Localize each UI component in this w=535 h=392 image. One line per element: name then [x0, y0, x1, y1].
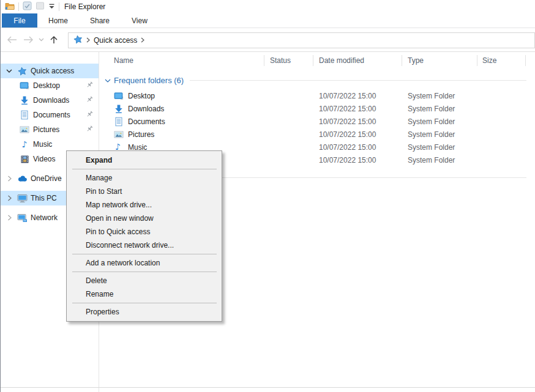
column-divider[interactable] — [477, 55, 477, 66]
tab-home[interactable]: Home — [37, 13, 79, 28]
forward-icon[interactable] — [20, 32, 36, 48]
menu-item-pin-to-start[interactable]: Pin to Start — [67, 185, 222, 198]
breadcrumb-chevron-icon[interactable] — [86, 36, 90, 45]
ribbon-tab-bar: File Home Share View — [1, 13, 535, 28]
column-size[interactable]: Size — [482, 56, 496, 65]
file-type: System Folder — [408, 130, 455, 139]
new-folder-icon[interactable] — [36, 1, 45, 12]
sidebar-item-label: Downloads — [33, 96, 69, 105]
chevron-down-icon[interactable] — [4, 68, 14, 73]
file-type: System Folder — [408, 143, 455, 152]
music-icon: ♪ — [19, 140, 30, 149]
file-date-modified: 10/07/2022 15:00 — [319, 143, 376, 152]
sidebar-item-pictures[interactable]: Pictures — [1, 122, 99, 137]
column-type[interactable]: Type — [408, 56, 424, 65]
customize-quick-access-toolbar-icon[interactable] — [48, 2, 55, 11]
menu-item-rename[interactable]: Rename — [67, 287, 222, 301]
menu-item-delete[interactable]: Delete — [67, 274, 222, 287]
file-row-pictures[interactable]: Pictures 10/07/2022 15:00 System Folder — [99, 128, 535, 141]
file-type: System Folder — [408, 105, 455, 113]
file-row-desktop[interactable]: Desktop 10/07/2022 15:00 System Folder — [99, 90, 535, 103]
tab-share[interactable]: Share — [79, 13, 121, 28]
menu-item-expand[interactable]: Expand — [67, 153, 222, 167]
desktop-icon — [19, 81, 30, 91]
chevron-right-icon[interactable] — [4, 195, 14, 201]
sidebar-item-quick-access[interactable]: Quick access — [1, 64, 99, 78]
recent-locations-chevron-icon[interactable] — [36, 32, 46, 48]
downloads-icon — [19, 95, 30, 105]
title-bar: File Explorer — [1, 0, 535, 13]
sidebar-item-label: Desktop — [33, 81, 60, 90]
quick-access-star-icon — [17, 67, 28, 76]
documents-icon — [19, 110, 30, 120]
column-divider[interactable] — [313, 55, 313, 66]
menu-item-open-in-new-window[interactable]: Open in new window — [67, 212, 222, 225]
file-row-documents[interactable]: Documents 10/07/2022 15:00 System Folder — [99, 116, 535, 128]
up-icon[interactable] — [46, 32, 62, 48]
menu-separator — [72, 303, 217, 303]
menu-item-pin-to-quick-access[interactable]: Pin to Quick access — [67, 225, 222, 239]
back-icon[interactable] — [4, 32, 20, 48]
sidebar-item-label: OneDrive — [31, 174, 62, 183]
group-rule — [173, 177, 526, 178]
column-name[interactable]: Name — [114, 56, 133, 65]
file-type: System Folder — [408, 156, 455, 165]
menu-item-manage[interactable]: Manage — [67, 171, 222, 185]
file-date-modified: 10/07/2022 15:00 — [319, 117, 376, 126]
address-bar[interactable]: Quick access — [68, 32, 535, 48]
chevron-down-icon[interactable] — [105, 76, 111, 85]
menu-item-disconnect-network-drive[interactable]: Disconnect network drive... — [67, 239, 222, 252]
column-date-modified[interactable]: Date modified — [319, 56, 364, 65]
file-date-modified: 10/07/2022 15:00 — [319, 105, 376, 113]
chevron-right-icon[interactable] — [4, 215, 14, 221]
pictures-icon — [114, 130, 124, 141]
sidebar-item-desktop[interactable]: Desktop — [1, 78, 99, 93]
sidebar-item-label: Music — [33, 140, 52, 149]
pin-icon — [85, 81, 94, 91]
file-explorer-window: File Explorer File Home Share View — [0, 0, 535, 392]
tab-file[interactable]: File — [2, 13, 37, 28]
context-menu: Expand Manage Pin to Start Map network d… — [66, 150, 222, 322]
music-icon: ♪ — [115, 142, 121, 151]
file-name: Desktop — [128, 92, 155, 100]
file-explorer-logo-icon — [5, 1, 15, 13]
menu-separator — [72, 169, 217, 169]
breadcrumb-quick-access[interactable]: Quick access — [94, 36, 137, 45]
sidebar-item-label: Videos — [33, 155, 55, 163]
column-status[interactable]: Status — [270, 56, 291, 65]
breadcrumb-chevron-icon[interactable] — [141, 36, 144, 45]
menu-item-map-network-drive[interactable]: Map network drive... — [67, 198, 222, 212]
sidebar-item-label: Documents — [33, 111, 70, 119]
column-divider[interactable] — [402, 55, 402, 66]
menu-item-add-network-location[interactable]: Add a network location — [67, 256, 222, 270]
column-headers: Name Status Date modified Type Size — [99, 52, 535, 69]
pin-icon — [85, 95, 94, 106]
network-icon — [17, 213, 28, 223]
column-divider[interactable] — [525, 55, 526, 66]
file-row-downloads[interactable]: Downloads 10/07/2022 15:00 System Folder — [99, 103, 535, 116]
pictures-icon — [19, 125, 30, 135]
tab-view[interactable]: View — [121, 13, 159, 28]
window-title: File Explorer — [64, 2, 105, 11]
sidebar-item-documents[interactable]: Documents — [1, 108, 99, 122]
menu-item-properties[interactable]: Properties — [67, 305, 222, 319]
file-date-modified: 10/07/2022 15:00 — [319, 130, 376, 139]
sidebar-item-downloads[interactable]: Downloads — [1, 93, 99, 108]
sidebar-item-music[interactable]: ♪ Music — [1, 137, 99, 152]
properties-icon[interactable] — [23, 1, 32, 12]
downloads-icon — [114, 104, 124, 116]
column-divider[interactable] — [264, 55, 264, 66]
divider — [59, 2, 59, 11]
navigation-bar: Quick access — [1, 28, 535, 52]
sidebar-item-label: Pictures — [33, 125, 59, 134]
file-type: System Folder — [408, 92, 455, 100]
file-name: Pictures — [128, 130, 154, 139]
group-frequent-folders[interactable]: Frequent folders (6) — [105, 74, 526, 86]
chevron-right-icon[interactable] — [4, 176, 14, 182]
file-date-modified: 10/07/2022 15:00 — [319, 92, 376, 100]
pin-icon — [85, 110, 94, 120]
sidebar-item-label: Quick access — [31, 67, 74, 75]
pin-icon — [85, 125, 94, 135]
menu-separator — [72, 272, 217, 272]
videos-icon — [19, 155, 30, 164]
